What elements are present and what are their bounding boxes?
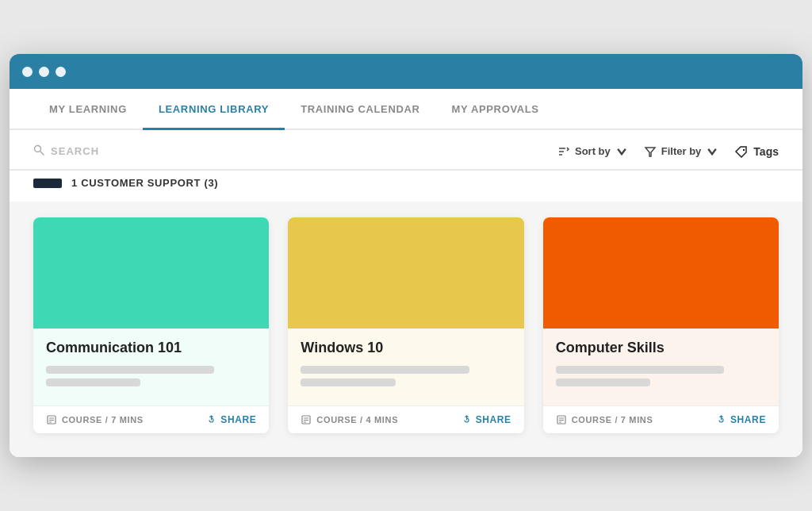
sort-by-label: Sort by <box>575 145 611 157</box>
course-icon-communication <box>46 414 57 425</box>
course-info-windows: COURSE / 4 MINS <box>301 414 398 425</box>
card-description-lines-windows <box>301 366 511 386</box>
card-description-lines-computer-skills <box>556 366 766 386</box>
category-bar: 1 CUSTOMER SUPPORT (3) <box>10 171 802 202</box>
course-icon-windows <box>301 414 312 425</box>
tab-learning-library[interactable]: LEARNING LIBRARY <box>143 89 285 130</box>
share-icon-communication <box>206 415 216 425</box>
card-description-lines-communication <box>46 366 256 386</box>
category-label: 1 CUSTOMER SUPPORT (3) <box>71 177 218 189</box>
card-footer-communication: COURSE / 7 MINS SHARE <box>33 405 269 433</box>
sort-chevron-icon <box>615 145 628 158</box>
svg-line-1 <box>40 152 44 155</box>
card-body-windows: Windows 10 <box>288 328 523 405</box>
course-info-communication: COURSE / 7 MINS <box>46 414 144 425</box>
course-card-computer-skills[interactable]: Computer Skills COURSE / 7 MINS <box>543 217 779 433</box>
svg-marker-5 <box>645 148 655 156</box>
share-button-computer-skills[interactable]: SHARE <box>716 414 766 425</box>
category-indicator <box>33 179 62 188</box>
tags-button[interactable]: Tags <box>734 145 779 158</box>
share-label-communication: SHARE <box>220 414 256 425</box>
card-title-computer-skills: Computer Skills <box>556 340 766 356</box>
card-image-windows <box>288 217 523 328</box>
filter-by-button[interactable]: Filter by <box>644 145 719 158</box>
card-line-2 <box>46 378 140 386</box>
share-button-windows[interactable]: SHARE <box>462 414 511 425</box>
course-card-communication[interactable]: Communication 101 COURSE / 7 MINS <box>33 217 269 433</box>
card-body-communication: Communication 101 <box>33 328 269 405</box>
toolbar-right: Sort by Filter by Tags <box>557 145 779 158</box>
titlebar <box>10 54 802 89</box>
search-label: SEARCH <box>51 145 99 157</box>
search-area[interactable]: SEARCH <box>33 144 99 158</box>
card-line-1 <box>46 366 214 374</box>
tab-training-calendar[interactable]: TRAINING CALENDAR <box>285 89 435 130</box>
card-footer-computer-skills: COURSE / 7 MINS SHARE <box>543 405 779 433</box>
course-info-computer-skills: COURSE / 7 MINS <box>556 414 653 425</box>
toolbar: SEARCH Sort by Filter by <box>10 130 802 169</box>
share-icon-windows <box>462 415 472 425</box>
card-footer-windows: COURSE / 4 MINS SHARE <box>288 405 523 433</box>
tag-icon <box>734 145 749 158</box>
card-line-2 <box>556 378 650 386</box>
share-label-windows: SHARE <box>476 414 511 425</box>
card-title-communication: Communication 101 <box>46 340 256 356</box>
card-line-1 <box>556 366 724 374</box>
card-body-computer-skills: Computer Skills <box>543 328 779 405</box>
course-info-text-windows: COURSE / 4 MINS <box>316 415 398 425</box>
card-image-computer-skills <box>543 217 779 328</box>
close-button[interactable] <box>22 67 33 77</box>
card-line-2 <box>301 378 395 386</box>
search-icon <box>33 144 44 158</box>
course-card-windows[interactable]: Windows 10 COURSE / 4 MINS <box>288 217 523 433</box>
course-info-text-computer-skills: COURSE / 7 MINS <box>572 415 653 425</box>
tags-label: Tags <box>753 145 779 158</box>
maximize-button[interactable] <box>56 67 66 77</box>
filter-by-label: Filter by <box>661 145 702 157</box>
filter-chevron-icon <box>706 145 718 158</box>
svg-point-6 <box>743 148 745 150</box>
card-line-1 <box>301 366 469 374</box>
tab-my-approvals[interactable]: MY APPROVALS <box>436 89 555 130</box>
cards-area: Communication 101 COURSE / 7 MINS <box>10 202 802 457</box>
card-title-windows: Windows 10 <box>301 340 511 356</box>
sort-by-button[interactable]: Sort by <box>557 145 628 158</box>
course-info-text-communication: COURSE / 7 MINS <box>62 415 144 425</box>
share-label-computer-skills: SHARE <box>730 414 766 425</box>
card-image-communication <box>33 217 269 328</box>
course-icon-computer-skills <box>556 414 567 425</box>
share-icon-computer-skills <box>716 415 726 425</box>
share-button-communication[interactable]: SHARE <box>206 414 256 425</box>
app-window: MY LEARNING LEARNING LIBRARY TRAINING CA… <box>10 54 802 457</box>
minimize-button[interactable] <box>39 67 49 77</box>
tab-my-learning[interactable]: MY LEARNING <box>33 89 143 130</box>
nav-tabs: MY LEARNING LEARNING LIBRARY TRAINING CA… <box>10 89 802 130</box>
